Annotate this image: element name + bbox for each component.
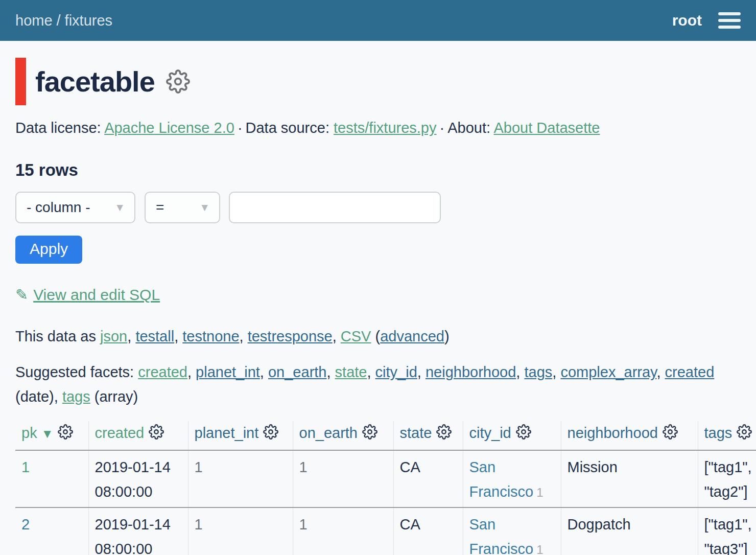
column-header-state[interactable]: state bbox=[393, 421, 463, 450]
facet-link-tags[interactable]: tags bbox=[524, 364, 552, 380]
facet-link-state[interactable]: state bbox=[335, 364, 367, 380]
row-pk-link[interactable]: 2 bbox=[21, 516, 30, 533]
cell-pk: 2 bbox=[15, 507, 88, 555]
column-header-planet-int[interactable]: planet_int bbox=[188, 421, 293, 450]
operator-select[interactable]: = ▼ bbox=[145, 192, 220, 223]
sql-row: ✎View and edit SQL bbox=[15, 286, 741, 304]
facet-link-neighborhood[interactable]: neighborhood bbox=[426, 364, 516, 380]
sort-desc-icon: ▼ bbox=[41, 427, 54, 441]
filter-value-input[interactable] bbox=[229, 192, 441, 223]
column-select[interactable]: - column - ▼ bbox=[15, 192, 135, 223]
filter-row: - column - ▼ = ▼ bbox=[15, 192, 741, 223]
cell-created: 2019-01-14 08:00:00 bbox=[88, 507, 188, 555]
about-link[interactable]: About Datasette bbox=[493, 120, 600, 136]
main-content: facetable Data license: Apache License 2… bbox=[0, 58, 756, 555]
column-header-label[interactable]: tags bbox=[704, 425, 733, 441]
separator: , bbox=[174, 328, 178, 344]
column-cog-icon[interactable] bbox=[263, 424, 278, 443]
column-cog-icon[interactable] bbox=[663, 424, 678, 443]
column-header-on-earth[interactable]: on_earth bbox=[293, 421, 393, 450]
column-cog-icon[interactable] bbox=[436, 424, 452, 443]
separator-dot: · bbox=[238, 120, 243, 136]
facet-link-city-id[interactable]: city_id bbox=[375, 364, 417, 380]
breadcrumb-database-link[interactable]: fixtures bbox=[65, 12, 112, 29]
column-header-label[interactable]: created bbox=[95, 425, 145, 441]
city-link[interactable]: San Francisco bbox=[469, 516, 534, 555]
cell-neighborhood: Dogpatch bbox=[561, 507, 698, 555]
cell-on-earth: 1 bbox=[293, 507, 393, 555]
facet-link-created-date[interactable]: created bbox=[665, 364, 715, 380]
facet-link-tags-array[interactable]: tags bbox=[62, 388, 90, 405]
cell-neighborhood: Mission bbox=[561, 450, 698, 507]
separator: , bbox=[516, 364, 520, 380]
column-cog-icon[interactable] bbox=[58, 424, 73, 443]
city-id-badge: 1 bbox=[536, 485, 543, 499]
header-row: pk▼ created planet_int on_earth state ci… bbox=[15, 421, 756, 450]
export-link-testnone[interactable]: testnone bbox=[182, 328, 239, 344]
city-link[interactable]: San Francisco bbox=[469, 459, 534, 500]
facet-link-planet-int[interactable]: planet_int bbox=[196, 364, 260, 380]
export-link-advanced[interactable]: advanced bbox=[380, 328, 444, 344]
pencil-icon: ✎ bbox=[15, 286, 28, 304]
facet-link-complex-array[interactable]: complex_array bbox=[560, 364, 656, 380]
view-edit-sql-link[interactable]: View and edit SQL bbox=[33, 286, 160, 303]
paren-open: ( bbox=[375, 328, 381, 344]
facet-link-on-earth[interactable]: on_earth bbox=[268, 364, 327, 380]
page-title: facetable bbox=[35, 67, 155, 96]
column-header-label[interactable]: state bbox=[400, 425, 432, 441]
column-header-created[interactable]: created bbox=[88, 421, 188, 450]
export-links: This data as json, testall, testnone, te… bbox=[15, 328, 741, 345]
separator-dot: · bbox=[440, 120, 445, 136]
cell-state: CA bbox=[393, 450, 463, 507]
about-label: About: bbox=[447, 120, 490, 136]
export-link-csv[interactable]: CSV bbox=[341, 328, 371, 344]
operator-select-value: = bbox=[156, 199, 164, 216]
metadata-line: Data license: Apache License 2.0·Data so… bbox=[15, 120, 741, 136]
column-select-value: - column - bbox=[27, 199, 90, 216]
logged-in-user[interactable]: root bbox=[672, 12, 702, 29]
column-header-label[interactable]: city_id bbox=[469, 425, 511, 441]
cell-state: CA bbox=[393, 507, 463, 555]
source-label: Data source: bbox=[246, 120, 329, 136]
facet-link-created[interactable]: created bbox=[138, 364, 187, 380]
breadcrumb-home-link[interactable]: home bbox=[15, 12, 53, 29]
row-pk-link[interactable]: 1 bbox=[21, 459, 30, 475]
column-header-label[interactable]: pk bbox=[21, 425, 37, 441]
column-header-pk[interactable]: pk▼ bbox=[15, 421, 88, 450]
facets-prefix: Suggested facets: bbox=[15, 364, 134, 380]
column-cog-icon[interactable] bbox=[149, 424, 164, 443]
column-cog-icon[interactable] bbox=[362, 424, 377, 443]
export-link-json[interactable]: json bbox=[100, 328, 127, 344]
menu-icon[interactable] bbox=[718, 9, 741, 32]
export-link-testall[interactable]: testall bbox=[135, 328, 174, 344]
cell-city-id: San Francisco1 bbox=[463, 507, 561, 555]
facet-suffix: (array) bbox=[94, 388, 138, 405]
column-cog-icon[interactable] bbox=[737, 424, 752, 443]
table-row: 1 2019-01-14 08:00:00 1 1 CA San Francis… bbox=[15, 450, 756, 507]
separator: , bbox=[552, 364, 556, 380]
export-prefix: This data as bbox=[15, 328, 96, 344]
cell-city-id: San Francisco1 bbox=[463, 450, 561, 507]
accent-bar bbox=[15, 58, 26, 105]
suggested-facets: Suggested facets: created, planet_int, o… bbox=[15, 360, 741, 409]
export-link-testresponse[interactable]: testresponse bbox=[248, 328, 333, 344]
breadcrumb-separator: / bbox=[57, 12, 61, 29]
column-header-tags[interactable]: tags bbox=[698, 421, 756, 450]
column-cog-icon[interactable] bbox=[516, 424, 531, 443]
cell-pk: 1 bbox=[15, 450, 88, 507]
source-link[interactable]: tests/fixtures.py bbox=[334, 120, 436, 136]
separator: , bbox=[326, 364, 330, 380]
separator: , bbox=[187, 364, 192, 380]
column-header-city-id[interactable]: city_id bbox=[463, 421, 561, 450]
apply-button[interactable]: Apply bbox=[15, 236, 82, 264]
column-header-label[interactable]: on_earth bbox=[299, 425, 358, 441]
cell-planet-int: 1 bbox=[188, 507, 293, 555]
separator: , bbox=[260, 364, 264, 380]
column-header-neighborhood[interactable]: neighborhood bbox=[561, 421, 698, 450]
license-link[interactable]: Apache License 2.0 bbox=[104, 120, 234, 136]
paren-close: ) bbox=[444, 328, 450, 344]
column-header-label[interactable]: neighborhood bbox=[568, 425, 658, 441]
breadcrumb: home/fixtures bbox=[15, 12, 112, 29]
column-header-label[interactable]: planet_int bbox=[195, 425, 259, 441]
table-settings-gear-icon[interactable] bbox=[166, 70, 190, 94]
